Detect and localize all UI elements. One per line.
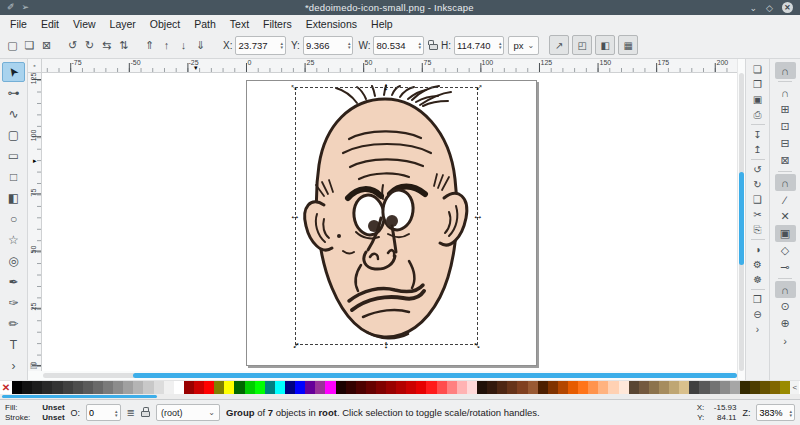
snap-bbox-toggle[interactable]: ∩ bbox=[775, 84, 796, 101]
color-swatch[interactable] bbox=[325, 381, 335, 394]
color-swatch[interactable] bbox=[619, 381, 629, 394]
node-tool[interactable]: ⊶ bbox=[2, 83, 25, 103]
snap-rotation-centers-toggle[interactable]: ⊕ bbox=[775, 315, 796, 332]
h-input[interactable] bbox=[455, 40, 497, 51]
color-swatch[interactable] bbox=[315, 381, 325, 394]
color-swatch[interactable] bbox=[366, 381, 376, 394]
menu-path[interactable]: Path bbox=[187, 17, 223, 31]
color-swatch[interactable] bbox=[224, 381, 234, 394]
w-input[interactable] bbox=[374, 40, 416, 51]
color-swatch[interactable] bbox=[750, 381, 760, 394]
snap-smooth-nodes-toggle[interactable]: ◇ bbox=[775, 242, 796, 259]
color-swatch[interactable] bbox=[437, 381, 447, 394]
menu-layer[interactable]: Layer bbox=[103, 17, 143, 31]
snap-bbox-corners-toggle[interactable]: ⊡ bbox=[775, 118, 796, 135]
color-swatch[interactable] bbox=[659, 381, 669, 394]
color-swatch[interactable] bbox=[336, 381, 346, 394]
opacity-spinner[interactable]: ▴▾ bbox=[113, 409, 120, 417]
color-swatch[interactable] bbox=[42, 381, 52, 394]
zoom-spinner[interactable]: ▴▾ bbox=[787, 409, 794, 417]
color-swatch[interactable] bbox=[629, 381, 639, 394]
rotate-ccw-button[interactable]: ↺ bbox=[64, 36, 81, 54]
selection-handle-n[interactable]: ↕ bbox=[383, 81, 389, 92]
color-swatch[interactable] bbox=[356, 381, 366, 394]
w-spinner[interactable]: ▴▾ bbox=[416, 41, 423, 49]
color-swatch[interactable] bbox=[416, 381, 426, 394]
zoom-input[interactable] bbox=[757, 408, 787, 418]
menu-object[interactable]: Object bbox=[143, 17, 187, 31]
pen-tool[interactable]: ✑ bbox=[2, 293, 25, 313]
color-swatch[interactable] bbox=[93, 381, 103, 394]
color-swatch[interactable] bbox=[154, 381, 164, 394]
color-swatch[interactable] bbox=[720, 381, 730, 394]
export-button[interactable]: ↥ bbox=[748, 142, 767, 157]
color-swatch[interactable] bbox=[285, 381, 295, 394]
color-swatch[interactable] bbox=[305, 381, 315, 394]
x-spinner[interactable]: ▴▾ bbox=[278, 41, 285, 49]
snap-enable-toggle[interactable]: ∩ bbox=[775, 62, 796, 79]
transform-gradients-toggle[interactable]: ◧ bbox=[595, 35, 615, 55]
pencil-tool[interactable]: ✏ bbox=[2, 314, 25, 334]
vertical-scrollbar[interactable] bbox=[737, 59, 745, 380]
color-swatch[interactable] bbox=[265, 381, 275, 394]
color-swatch[interactable] bbox=[194, 381, 204, 394]
layer-lock-icon[interactable] bbox=[141, 411, 150, 417]
color-swatch[interactable] bbox=[346, 381, 356, 394]
color-swatch[interactable] bbox=[184, 381, 194, 394]
no-color-swatch[interactable]: ✕ bbox=[0, 381, 12, 394]
color-swatch[interactable] bbox=[477, 381, 487, 394]
lower-button[interactable]: ↓ bbox=[175, 36, 192, 54]
color-swatch[interactable] bbox=[710, 381, 720, 394]
snap-bbox-centers-toggle[interactable]: ⊠ bbox=[775, 152, 796, 169]
x-input[interactable] bbox=[236, 40, 278, 51]
box3d-tool[interactable]: ◧ bbox=[2, 188, 25, 208]
print-button[interactable]: ⎙ bbox=[748, 107, 767, 122]
open-document-button[interactable]: ❐ bbox=[748, 77, 767, 92]
color-swatch[interactable] bbox=[679, 381, 689, 394]
color-managed-display-toggle[interactable]: ▤ bbox=[30, 361, 38, 370]
color-swatch[interactable] bbox=[487, 381, 497, 394]
snap-cusp-nodes-toggle[interactable]: ▣ bbox=[775, 225, 796, 242]
color-swatch[interactable] bbox=[234, 381, 244, 394]
layer-visibility-icon[interactable]: ≣ bbox=[127, 407, 135, 418]
save-document-button[interactable]: ▣ bbox=[748, 92, 767, 107]
color-swatch[interactable] bbox=[447, 381, 457, 394]
color-swatch[interactable] bbox=[133, 381, 143, 394]
color-swatch[interactable] bbox=[255, 381, 265, 394]
snap-bbox-edges-toggle[interactable]: ⊞ bbox=[775, 101, 796, 118]
color-swatch[interactable] bbox=[760, 381, 770, 394]
palette-scroll-right-arrow[interactable]: < bbox=[790, 381, 799, 394]
color-swatch[interactable] bbox=[608, 381, 618, 394]
canvas[interactable]: ↔ ↕ ↔ ↔ ↔ ↔ ↕ ↔ bbox=[42, 73, 737, 371]
tweak-tool[interactable]: ∿ bbox=[2, 104, 25, 124]
color-swatch[interactable] bbox=[558, 381, 568, 394]
menu-text[interactable]: Text bbox=[223, 17, 256, 31]
scale-corners-toggle[interactable]: ◰ bbox=[572, 35, 592, 55]
color-swatch[interactable] bbox=[699, 381, 709, 394]
units-dropdown[interactable]: px ⌄ bbox=[508, 36, 539, 55]
delete-button[interactable]: ⊖ bbox=[748, 307, 767, 322]
color-swatch[interactable] bbox=[204, 381, 214, 394]
color-swatch[interactable] bbox=[73, 381, 83, 394]
close-button[interactable]: ✕ bbox=[782, 2, 793, 13]
color-swatch[interactable] bbox=[497, 381, 507, 394]
y-input[interactable] bbox=[304, 40, 346, 51]
color-swatch[interactable] bbox=[457, 381, 467, 394]
snap-overflow-button[interactable]: › bbox=[775, 332, 796, 349]
rotate-cw-button[interactable]: ↻ bbox=[81, 36, 98, 54]
color-swatch[interactable] bbox=[123, 381, 133, 394]
lower-to-bottom-button[interactable]: ⇓ bbox=[192, 36, 209, 54]
color-swatch[interactable] bbox=[730, 381, 740, 394]
scale-stroke-toggle[interactable]: ↗ bbox=[549, 35, 569, 55]
text-tool[interactable]: T bbox=[2, 335, 25, 355]
flip-vertical-button[interactable]: ⇅ bbox=[115, 36, 132, 54]
menu-extensions[interactable]: Extensions bbox=[299, 17, 364, 31]
color-swatch[interactable] bbox=[113, 381, 123, 394]
color-swatch[interactable] bbox=[406, 381, 416, 394]
color-swatch[interactable] bbox=[548, 381, 558, 394]
paste-button[interactable]: ⎘ bbox=[748, 222, 767, 237]
color-swatch[interactable] bbox=[538, 381, 548, 394]
snap-line-midpoints-toggle[interactable]: ⊸ bbox=[775, 259, 796, 276]
snap-path-intersections-toggle[interactable]: ✕ bbox=[775, 208, 796, 225]
color-swatch[interactable] bbox=[174, 381, 184, 394]
